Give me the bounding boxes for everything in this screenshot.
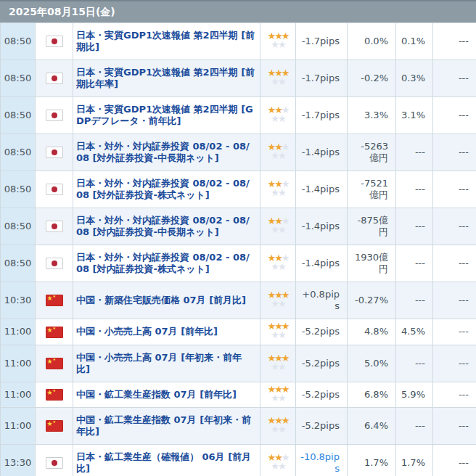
importance-stars: ★★★★★ bbox=[268, 416, 289, 434]
event-link[interactable]: 日本・実質GDP1次速報値 第2四半期 [前期比年率] bbox=[76, 67, 255, 89]
china-flag-small-star: ★ bbox=[53, 387, 56, 394]
china-flag-star: ★ bbox=[47, 293, 53, 303]
china-flag-small-star: ★ bbox=[53, 356, 56, 363]
importance-stars: ★★★★★ bbox=[268, 385, 289, 403]
time-cell: 08:50 bbox=[1, 208, 36, 245]
country-cell: ★★ bbox=[36, 382, 73, 408]
event-link[interactable]: 中国・小売売上高 07月 [年初来・前年比] bbox=[76, 352, 242, 374]
china-flag-star: ★ bbox=[47, 387, 53, 398]
value-cell-3: --- bbox=[433, 408, 476, 445]
value-cell-3: --- bbox=[433, 319, 476, 345]
star-empty-icon: ★ bbox=[278, 187, 285, 198]
stars-bottom-row: ★★ bbox=[268, 189, 289, 197]
star-empty-icon: ★ bbox=[278, 224, 285, 235]
pips-cell: +0.8pips bbox=[296, 282, 348, 319]
importance-cell: ★★★★★ bbox=[260, 23, 296, 60]
event-link[interactable]: 日本・対外・対内証券投資 08/02 - 08/08 [対内証券投資-株式ネット… bbox=[76, 252, 250, 274]
importance-stars: ★★★★★ bbox=[268, 322, 289, 340]
china-flag-small-star: ★ bbox=[53, 292, 56, 300]
table-row: 13:30日本・鉱工業生産（確報値） 06月 [前月比]★★★★★-10.8pi… bbox=[1, 445, 476, 476]
japan-flag-icon bbox=[46, 184, 63, 195]
importance-cell: ★★★★★ bbox=[260, 245, 296, 282]
time-cell: 08:50 bbox=[1, 134, 36, 171]
pips-value: -1.7pips bbox=[302, 73, 340, 83]
value-cell-1: 6.8% bbox=[348, 382, 396, 408]
value-cell-1: 6.4% bbox=[348, 408, 396, 445]
stars-bottom-row: ★★ bbox=[268, 152, 289, 160]
event-link[interactable]: 日本・実質GDP1次速報値 第2四半期 [GDPデフレータ・前年比] bbox=[76, 104, 253, 126]
star-empty-icon: ★ bbox=[271, 424, 278, 435]
pips-cell: -1.4pips bbox=[296, 134, 348, 171]
country-cell: ★★ bbox=[36, 282, 73, 319]
pips-value: -1.4pips bbox=[302, 221, 340, 231]
japan-flag-circle bbox=[52, 75, 57, 81]
value-cell-1: 3.3% bbox=[348, 97, 396, 134]
event-cell: 中国・鉱工業生産指数 07月 [前年比] bbox=[73, 382, 260, 408]
china-flag-star: ★ bbox=[47, 356, 53, 366]
value-cell-3: --- bbox=[433, 97, 476, 134]
value-cell-2: --- bbox=[396, 134, 433, 171]
importance-stars: ★★★★★ bbox=[268, 180, 289, 197]
pips-value[interactable]: -10.8pips bbox=[300, 451, 340, 474]
pips-cell: -5.2pips bbox=[296, 319, 348, 345]
stars-bottom-row: ★★ bbox=[268, 394, 289, 403]
value-cell-1: 1930億円 bbox=[348, 245, 396, 282]
event-link[interactable]: 中国・鉱工業生産指数 07月 [年初来・前年比] bbox=[76, 414, 251, 437]
value-cell-2: 1.7% bbox=[396, 445, 433, 476]
importance-cell: ★★★★★ bbox=[260, 97, 296, 134]
importance-stars: ★★★★★ bbox=[268, 254, 289, 271]
importance-stars: ★★★★★ bbox=[268, 354, 289, 372]
value-cell-3: --- bbox=[433, 171, 476, 208]
pips-value: -1.7pips bbox=[302, 36, 340, 46]
time-cell: 08:50 bbox=[1, 23, 36, 60]
stars-bottom-row: ★★ bbox=[268, 115, 289, 123]
time-cell: 11:00 bbox=[1, 345, 36, 382]
value-cell-3: --- bbox=[433, 208, 476, 245]
star-empty-icon: ★ bbox=[278, 424, 285, 435]
importance-stars: ★★★★★ bbox=[268, 291, 289, 308]
country-cell: ★★ bbox=[36, 345, 73, 382]
time-cell: 11:00 bbox=[1, 382, 36, 408]
country-cell bbox=[36, 171, 73, 208]
event-link[interactable]: 日本・対外・対内証券投資 08/02 - 08/08 [対外証券投資-中長期ネッ… bbox=[76, 141, 250, 163]
importance-cell: ★★★★★ bbox=[260, 445, 296, 476]
time-cell: 11:00 bbox=[1, 408, 36, 445]
stars-bottom-row: ★★ bbox=[268, 425, 289, 434]
china-flag-star: ★ bbox=[47, 325, 53, 335]
event-link[interactable]: 中国・新築住宅販売価格 07月 [前月比] bbox=[76, 295, 246, 305]
table-row: 08:50日本・実質GDP1次速報値 第2四半期 [前期比]★★★★★-1.7p… bbox=[1, 23, 476, 60]
table-row: 10:30★★中国・新築住宅販売価格 07月 [前月比]★★★★★+0.8pip… bbox=[1, 282, 476, 319]
star-empty-icon: ★ bbox=[278, 461, 285, 472]
pips-cell: -1.4pips bbox=[296, 171, 348, 208]
pips-cell: -1.4pips bbox=[296, 245, 348, 282]
star-empty-icon: ★ bbox=[278, 113, 285, 124]
japan-flag-circle bbox=[52, 460, 57, 466]
event-cell: 日本・対外・対内証券投資 08/02 - 08/08 [対外証券投資-株式ネット… bbox=[73, 171, 260, 208]
event-link[interactable]: 日本・実質GDP1次速報値 第2四半期 [前期比] bbox=[76, 30, 255, 52]
event-link[interactable]: 日本・鉱工業生産（確報値） 06月 [前月比] bbox=[76, 451, 251, 474]
calendar-table-body: 08:50日本・実質GDP1次速報値 第2四半期 [前期比]★★★★★-1.7p… bbox=[1, 23, 476, 476]
value-cell-3: --- bbox=[433, 345, 476, 382]
table-row: 08:50日本・対外・対内証券投資 08/02 - 08/08 [対内証券投資-… bbox=[1, 208, 476, 245]
event-link[interactable]: 中国・鉱工業生産指数 07月 [前年比] bbox=[76, 389, 237, 400]
importance-cell: ★★★★★ bbox=[260, 319, 296, 345]
pips-cell: -1.4pips bbox=[296, 208, 348, 245]
importance-cell: ★★★★★ bbox=[260, 60, 296, 97]
japan-flag-icon bbox=[46, 221, 63, 232]
pips-value: -5.2pips bbox=[302, 389, 340, 400]
value-cell-1: 4.8% bbox=[348, 319, 396, 345]
pips-cell: -10.8pips bbox=[296, 445, 348, 476]
importance-cell: ★★★★★ bbox=[260, 282, 296, 319]
pips-value: -5.2pips bbox=[302, 420, 340, 431]
time-cell: 08:50 bbox=[1, 97, 36, 134]
country-cell bbox=[36, 245, 73, 282]
china-flag-star: ★ bbox=[47, 419, 53, 429]
event-link[interactable]: 日本・対外・対内証券投資 08/02 - 08/08 [対内証券投資-中長期ネッ… bbox=[76, 215, 250, 237]
event-link[interactable]: 中国・小売売上高 07月 [前年比] bbox=[76, 326, 218, 337]
event-link[interactable]: 日本・対外・対内証券投資 08/02 - 08/08 [対外証券投資-株式ネット… bbox=[76, 178, 250, 200]
japan-flag-icon bbox=[46, 110, 63, 121]
importance-cell: ★★★★★ bbox=[260, 134, 296, 171]
star-empty-icon: ★ bbox=[271, 298, 278, 309]
stars-bottom-row: ★★ bbox=[268, 263, 289, 271]
china-flag-icon: ★★ bbox=[46, 295, 63, 306]
